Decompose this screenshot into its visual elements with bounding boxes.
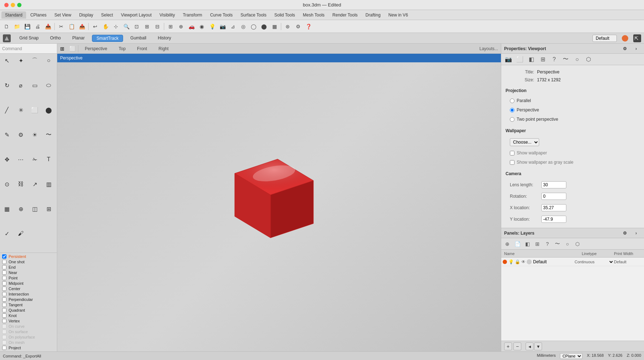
new-icon[interactable]: 🗋 bbox=[1, 21, 11, 32]
toolbar-tab-cplanes[interactable]: CPlanes bbox=[27, 11, 50, 19]
perspective-label[interactable]: Perspective bbox=[517, 107, 539, 112]
col-tool[interactable]: ▥ bbox=[43, 178, 55, 190]
osnap-cb-center[interactable] bbox=[2, 287, 6, 291]
snap-btn-ortho[interactable]: Ortho bbox=[46, 35, 65, 42]
osnap-cb-perpendicular[interactable] bbox=[2, 297, 6, 302]
osnap-cb-project[interactable] bbox=[2, 346, 6, 350]
toolbar-tab-curve-tools[interactable]: Curve Tools bbox=[206, 11, 236, 19]
import-icon[interactable]: 📥 bbox=[43, 21, 53, 32]
osnap-item-quadrant[interactable]: Quadrant bbox=[2, 308, 55, 312]
osnap-item-intersection[interactable]: Intersection bbox=[2, 292, 55, 296]
osnap-item-on-mesh[interactable]: On mesh bbox=[2, 340, 55, 345]
settings-icon[interactable]: ⚙ bbox=[620, 44, 630, 54]
close-button[interactable] bbox=[4, 3, 9, 7]
line-tool[interactable]: ╱ bbox=[1, 104, 13, 116]
layer-up-btn[interactable]: ◂ bbox=[526, 342, 533, 350]
osnap-cb-vertex[interactable] bbox=[2, 319, 6, 323]
viewport-canvas[interactable] bbox=[57, 62, 501, 351]
table-tool[interactable]: ⊞ bbox=[43, 203, 55, 215]
select-tool[interactable]: ↖ bbox=[1, 54, 13, 67]
osnap-item-center[interactable]: Center bbox=[2, 287, 55, 291]
props-curve-icon[interactable]: 〜 bbox=[561, 55, 570, 64]
default-select[interactable]: Default bbox=[592, 35, 617, 42]
toolbar-tab-transform[interactable]: Transform bbox=[179, 11, 206, 19]
zoom-extent-icon[interactable]: ⊞ bbox=[142, 21, 152, 32]
toolbar-tab-select[interactable]: Select bbox=[98, 11, 117, 19]
zoom-icon[interactable]: 🔍 bbox=[121, 21, 131, 32]
layer-circle2-icon[interactable]: ○ bbox=[563, 239, 572, 249]
grid2-tool[interactable]: ▦ bbox=[1, 203, 13, 215]
toolbar-tab-mesh-tools[interactable]: Mesh Tools bbox=[299, 11, 328, 19]
osnap-item-near[interactable]: Near bbox=[2, 270, 55, 275]
toolbar-tab-solid-tools[interactable]: Solid Tools bbox=[271, 11, 299, 19]
box2-tool[interactable]: ◫ bbox=[29, 203, 41, 215]
rect-tool[interactable]: ▭ bbox=[29, 79, 41, 91]
osnap-cb-on-surface[interactable] bbox=[2, 330, 6, 334]
light-icon[interactable]: 💡 bbox=[207, 21, 217, 32]
chevron-icon[interactable]: › bbox=[631, 44, 641, 54]
props-help-icon[interactable]: ? bbox=[550, 55, 558, 64]
layer-row-default[interactable]: 💡 🔒 👁 Default Continuous ⌄ Default bbox=[501, 258, 644, 266]
layer-grid3-icon[interactable]: ⊞ bbox=[533, 239, 542, 249]
parallel-label[interactable]: Parallel bbox=[517, 98, 531, 103]
toolbar-tab-display[interactable]: Display bbox=[75, 11, 97, 19]
wallpaper-select[interactable]: Choose... bbox=[510, 138, 539, 146]
grid-icon[interactable]: ⊞ bbox=[166, 21, 176, 32]
curve-tool[interactable]: ⌒ bbox=[29, 54, 41, 67]
toolbar-tab-viewport-layout[interactable]: Viewport Layout bbox=[117, 11, 155, 19]
osnap-cb-on-polysurface[interactable] bbox=[2, 335, 6, 339]
expand-icon[interactable]: ⇱ bbox=[633, 34, 641, 42]
cut-icon[interactable]: ✂ bbox=[56, 21, 66, 32]
vp-tab-top[interactable]: Top bbox=[113, 45, 131, 53]
path-icon[interactable]: ⊿ bbox=[228, 21, 238, 32]
layer-down-btn[interactable]: ▾ bbox=[534, 342, 542, 350]
arc-tool[interactable]: ⌀ bbox=[15, 79, 27, 91]
snap-btn-planar[interactable]: Planar bbox=[68, 35, 89, 42]
osnap-item-on-surface[interactable]: On surface bbox=[2, 330, 55, 334]
osnap-item-point[interactable]: Point bbox=[2, 276, 55, 280]
toolbar-tab-render-tools[interactable]: Render Tools bbox=[329, 11, 361, 19]
osnap-cb-on-curve[interactable] bbox=[2, 324, 6, 328]
osnap-cb-on-mesh[interactable] bbox=[2, 340, 6, 345]
undo-icon[interactable]: ↩ bbox=[90, 21, 100, 32]
toolbar-tab-surface-tools[interactable]: Surface Tools bbox=[237, 11, 270, 19]
osnap-cb-intersection[interactable] bbox=[2, 292, 6, 296]
osnap-cb-midpoint[interactable] bbox=[2, 281, 6, 285]
point-tool[interactable]: ✦ bbox=[15, 54, 27, 67]
props-grid2-icon[interactable]: ⊞ bbox=[538, 55, 547, 64]
lens-length-input[interactable] bbox=[541, 181, 566, 188]
layer-stack-icon[interactable]: ⊕ bbox=[503, 239, 512, 249]
nodes-tool[interactable]: ⋯ bbox=[15, 153, 27, 165]
maximize-button[interactable] bbox=[17, 3, 21, 7]
circle-tool[interactable]: ○ bbox=[43, 54, 55, 67]
y-location-input[interactable] bbox=[541, 216, 566, 223]
paste-icon[interactable]: 📋 bbox=[67, 21, 77, 32]
osnap-item-on-polysurface[interactable]: On polysurface bbox=[2, 335, 55, 339]
snap-btn-gumball[interactable]: Gumball bbox=[126, 35, 151, 42]
layer-curve3-icon[interactable]: 〜 bbox=[553, 239, 562, 249]
point2-tool[interactable]: ⊕ bbox=[15, 203, 27, 215]
export-icon[interactable]: 📤 bbox=[77, 21, 87, 32]
trim-tool[interactable]: ✁ bbox=[29, 153, 41, 165]
toolbar-tab-new-in-v6[interactable]: New in V6 bbox=[385, 11, 412, 19]
osnap-cb-one-shot[interactable] bbox=[2, 260, 6, 264]
sphere-icon[interactable]: ◯ bbox=[249, 21, 259, 32]
osnap-item-end[interactable]: End bbox=[2, 265, 55, 269]
camera-icon[interactable]: 📷 bbox=[218, 21, 228, 32]
minimize-button[interactable] bbox=[11, 3, 15, 7]
parallel-radio[interactable] bbox=[510, 99, 514, 103]
help-icon[interactable]: ❓ bbox=[303, 21, 313, 32]
layer-doc-icon[interactable]: 📄 bbox=[513, 239, 522, 249]
toolbar-tab-set-view[interactable]: Set View bbox=[51, 11, 75, 19]
osnap-cb-tangent[interactable] bbox=[2, 303, 6, 307]
ellipse-tool[interactable]: ⬭ bbox=[43, 79, 55, 91]
props-camera-icon[interactable]: 📷 bbox=[504, 55, 513, 64]
vp-tab-front[interactable]: Front bbox=[131, 45, 153, 53]
zoom-window-icon[interactable]: ⊡ bbox=[132, 21, 142, 32]
star-tool[interactable]: ✳ bbox=[15, 104, 27, 116]
layer-linetype-select[interactable]: ⌄ bbox=[607, 259, 614, 264]
toolbar-tab-drafting[interactable]: Drafting bbox=[362, 11, 384, 19]
osnap-cb-near[interactable] bbox=[2, 270, 6, 275]
props-ellipse-icon[interactable]: ○ bbox=[573, 55, 581, 64]
props-3d-icon[interactable]: ◧ bbox=[527, 55, 536, 64]
